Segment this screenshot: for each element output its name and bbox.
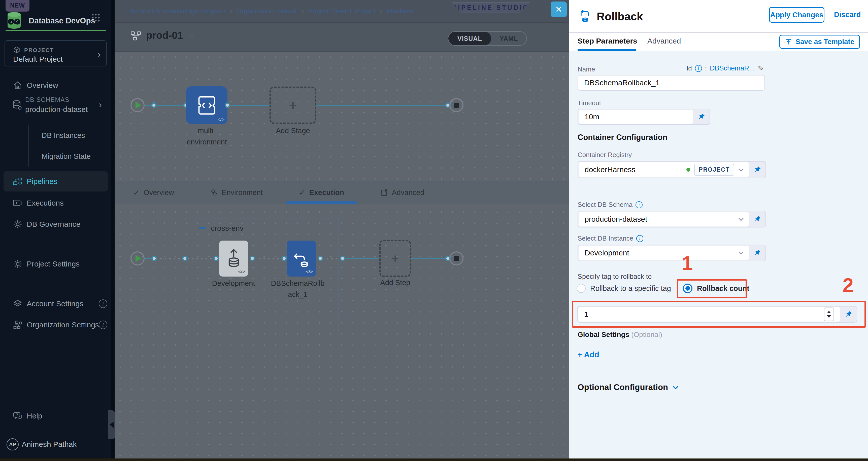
step-node-dbschemarollback[interactable]: </> (287, 240, 316, 276)
edit-id-icon[interactable]: ✎ (758, 64, 764, 73)
sidebar-item-db-instances[interactable]: DB Instances (41, 131, 85, 140)
chevron-down-icon (673, 384, 679, 390)
timeout-input[interactable]: 10m (579, 110, 693, 124)
visual-yaml-toggle[interactable]: VISUAL YAML (448, 31, 527, 46)
step-group-label: cross-env (211, 224, 244, 232)
sidebar-item-migration-state[interactable]: Migration State (41, 152, 91, 161)
db-instance-select[interactable]: Development (579, 245, 749, 260)
sidebar-user[interactable]: AP Animesh Pathak (0, 435, 115, 454)
environment-hex-icon (210, 189, 218, 196)
tab-environment[interactable]: Environment (204, 181, 269, 204)
pipeline-start-node (130, 98, 145, 112)
tab-label: Execution (309, 189, 344, 197)
breadcrumb-project[interactable]: Project: Default Project (308, 7, 375, 15)
step-label: ack_1 (288, 290, 307, 299)
sidebar-item-organization-settings[interactable]: Organization Settings i (0, 316, 115, 334)
chevron-separator: › (230, 7, 232, 15)
add-step-button[interactable]: + (379, 240, 411, 277)
execution-end-node (450, 252, 463, 265)
plus-icon: + (289, 97, 297, 113)
sidebar-item-executions[interactable]: Executions (0, 194, 115, 212)
sidebar-item-overview[interactable]: Overview (0, 76, 115, 94)
sidebar-collapse-handle[interactable] (108, 410, 115, 439)
annotation-box-1 (677, 279, 747, 298)
container-registry-label: Container Registry (578, 151, 632, 159)
chevron-down-icon[interactable] (739, 250, 744, 255)
db-schema-pin[interactable] (749, 211, 766, 227)
connector-point (281, 256, 287, 261)
connector (157, 105, 184, 106)
save-as-template-button[interactable]: Save as Template (779, 35, 860, 49)
sidebar-item-db-governance[interactable]: DB Governance (0, 215, 115, 233)
connector (345, 258, 379, 259)
db-upload-icon (226, 249, 242, 269)
container-registry-pin[interactable] (749, 162, 766, 178)
step-group-cross-env[interactable] (185, 218, 339, 339)
breadcrumb-page[interactable]: Pipelines (386, 7, 413, 15)
sidebar-item-label: Help (27, 412, 42, 420)
discard-button[interactable]: Discard (834, 10, 861, 19)
db-schemas-label: DB SCHEMAS (25, 96, 69, 103)
db-schema-select[interactable]: production-dataset (579, 212, 749, 227)
step-node-development[interactable]: </> (219, 240, 248, 276)
stage-node-multi-environment[interactable]: </> (186, 86, 227, 124)
name-input-value: DBSchemaRollback_1 (584, 78, 660, 87)
pin-icon (754, 216, 761, 223)
collapse-group-icon[interactable] (199, 227, 206, 229)
executions-icon (12, 199, 23, 207)
connector (230, 105, 270, 106)
db-schema-value: production-dataset (585, 215, 647, 224)
container-configuration-header: Container Configuration (578, 133, 667, 142)
global-settings-optional: (Optional) (631, 331, 662, 338)
breadcrumb-account[interactable]: Account: kurosakiichigo.songoku (130, 7, 225, 15)
sidebar-item-help[interactable]: ? Help (0, 407, 115, 425)
info-icon: i (695, 65, 702, 72)
project-selector[interactable]: PROJECT Default Project › (4, 40, 107, 66)
sidebar-item-pipelines[interactable]: Pipelines (0, 172, 115, 191)
apply-changes-button[interactable]: Apply Changes (769, 7, 825, 23)
container-registry-input[interactable]: dockerHarness PROJECT (579, 162, 749, 177)
connector (316, 105, 446, 106)
radio-rollback-tag[interactable]: Rollback to a specific tag (577, 284, 671, 293)
sidebar-item-account-settings[interactable]: Account Settings i (0, 295, 115, 313)
connector-point (225, 102, 230, 108)
sidebar-item-project-settings[interactable]: Project Settings (0, 255, 115, 273)
pin-icon (698, 113, 705, 121)
name-input[interactable]: DBSchemaRollback_1 (578, 75, 765, 91)
breadcrumb-organization[interactable]: Organization: default (237, 7, 297, 15)
user-name: Animesh Pathak (22, 440, 76, 449)
chevron-down-icon[interactable] (739, 216, 744, 221)
radio-off-icon[interactable] (577, 284, 586, 293)
db-instance-pin[interactable] (749, 245, 766, 261)
module-grid-icon[interactable] (91, 13, 100, 23)
subnav-guide-line (28, 125, 29, 167)
db-schema-group: production-dataset (578, 211, 766, 228)
tab-execution[interactable]: ✓ Execution (292, 181, 351, 204)
edit-pipeline-name-icon[interactable]: ✎ (188, 31, 195, 41)
pipeline-icon (130, 31, 141, 42)
chevron-down-icon[interactable] (739, 166, 744, 171)
pipelines-icon (12, 178, 23, 185)
close-panel-button[interactable]: ✕ (551, 1, 567, 17)
tab-overview[interactable]: ✓ Overview (127, 181, 181, 204)
db-instance-label-row: Select DB Instance i (578, 234, 643, 242)
annotation-number-2: 2 (842, 274, 854, 297)
connector (411, 258, 446, 259)
add-global-setting-button[interactable]: + Add (578, 350, 599, 359)
timeout-pin[interactable] (693, 109, 710, 124)
stop-icon (454, 256, 459, 261)
db-schema-label: Select DB Schema (578, 201, 632, 208)
add-stage-button[interactable]: + (270, 87, 316, 124)
optional-configuration-row[interactable]: Optional Configuration (578, 383, 678, 392)
toggle-visual[interactable]: VISUAL (448, 32, 491, 45)
help-chat-icon: ? (12, 412, 23, 420)
tab-advanced[interactable]: Advanced (374, 181, 431, 204)
add-step-label: Add Step (380, 278, 410, 287)
chevron-separator: › (380, 7, 382, 15)
toggle-yaml[interactable]: YAML (491, 32, 527, 45)
name-label: Name (578, 65, 595, 73)
tab-advanced[interactable]: Advanced (647, 37, 681, 45)
db-instance-group: Development (578, 244, 766, 261)
tab-step-parameters[interactable]: Step Parameters (578, 37, 637, 45)
step-group-header[interactable]: cross-env (199, 224, 244, 232)
